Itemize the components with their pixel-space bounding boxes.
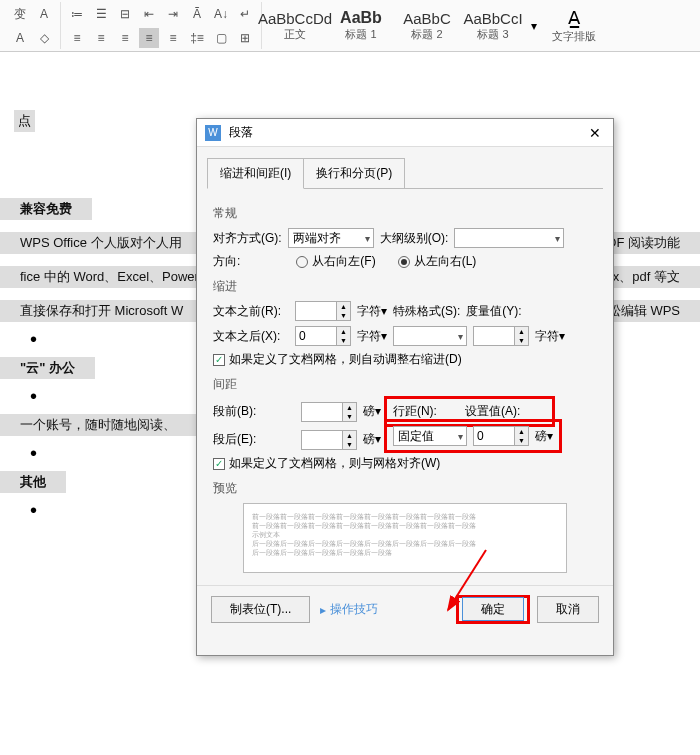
alignment-label: 对齐方式(G): [213, 230, 282, 247]
tab-indent-spacing[interactable]: 缩进和间距(I) [207, 158, 304, 189]
multilevel-icon[interactable]: ⊟ [115, 4, 135, 24]
highlight-line-spacing-row2: 固定值 ▲▼ 磅▾ [384, 419, 562, 453]
unit-char: 字符▾ [357, 303, 387, 320]
style-gallery: AaBbCcDd正文 AaBb标题 1 AaBbC标题 2 AaBbCcI标题 … [262, 2, 542, 49]
outline-label: 大纲级别(O): [380, 230, 449, 247]
dialog-tabs: 缩进和间距(I) 换行和分页(P) [197, 147, 613, 188]
style-heading2[interactable]: AaBbC标题 2 [394, 2, 460, 49]
play-icon: ▸ [320, 603, 326, 617]
line-spacing-label: 行距(N): [393, 403, 437, 420]
special-format-label: 特殊格式(S): [393, 303, 460, 320]
highlight-ok: 确定 [456, 595, 530, 624]
bullets-icon[interactable]: ≔ [67, 4, 87, 24]
ribbon-group-paragraph: ≔ ☰ ⊟ ⇤ ⇥ Ã A↓ ↵ ≡ ≡ ≡ ≡ ≡ ‡≡ ▢ ⊞ [61, 2, 262, 49]
doc-heading: 其他 [0, 471, 66, 493]
doc-line: fice 中的 Word、Excel、PowerP [0, 266, 228, 288]
line-spacing-select[interactable]: 固定值 [393, 426, 467, 446]
text-before-label: 文本之前(R): [213, 303, 289, 320]
direction-ltr-radio[interactable]: 从左向右(L) [398, 253, 477, 270]
dialog-titlebar[interactable]: W 段落 ✕ [197, 119, 613, 147]
section-indent: 缩进 [213, 278, 597, 295]
doc-heading: "云" 办公 [0, 357, 95, 379]
show-marks-icon[interactable]: ↵ [235, 4, 255, 24]
ok-button[interactable]: 确定 [462, 597, 524, 621]
app-icon: W [205, 125, 221, 141]
unit-pt: 磅▾ [363, 431, 381, 448]
doc-line: 一个账号，随时随地阅读、 [0, 414, 196, 436]
align-justify-icon[interactable]: ≡ [139, 28, 159, 48]
unit-char: 字符▾ [535, 328, 565, 345]
text-after-label: 文本之后(X): [213, 328, 289, 345]
text-before-spin[interactable]: ▲▼ [295, 301, 351, 321]
doc-marker: 点 [14, 110, 35, 132]
align-left-icon[interactable]: ≡ [67, 28, 87, 48]
char-a-icon[interactable]: A [34, 4, 54, 24]
ribbon-group-font: 变 A A ◇ [4, 2, 61, 49]
style-normal[interactable]: AaBbCcDd正文 [262, 2, 328, 49]
section-preview: 预览 [213, 480, 597, 497]
set-value-spin[interactable]: ▲▼ [473, 426, 529, 446]
measure-spin[interactable]: ▲▼ [473, 326, 529, 346]
special-format-select[interactable] [393, 326, 467, 346]
outline-select[interactable] [454, 228, 564, 248]
tabstops-button[interactable]: 制表位(T)... [211, 596, 310, 623]
section-general: 常规 [213, 205, 597, 222]
tips-link[interactable]: ▸操作技巧 [320, 601, 378, 618]
auto-indent-checkbox[interactable]: ✓如果定义了文档网格，则自动调整右缩进(D) [213, 351, 462, 368]
space-after-spin[interactable]: ▲▼ [301, 430, 357, 450]
text-layout-button[interactable]: A̲ 文字排版 [542, 2, 606, 49]
line-spacing-icon[interactable]: ‡≡ [187, 28, 207, 48]
tab-line-page-breaks[interactable]: 换行和分页(P) [303, 158, 405, 189]
sort-icon[interactable]: A↓ [211, 4, 231, 24]
measure-label: 度量值(Y): [466, 303, 521, 320]
cancel-button[interactable]: 取消 [537, 596, 599, 623]
set-value-label: 设置值(A): [465, 403, 520, 420]
snap-grid-checkbox[interactable]: ✓如果定义了文档网格，则与网格对齐(W) [213, 455, 440, 472]
close-icon[interactable]: ✕ [585, 123, 605, 143]
section-spacing: 间距 [213, 376, 597, 393]
numbering-icon[interactable]: ☰ [91, 4, 111, 24]
text-layout-icon: A̲ [568, 7, 580, 29]
doc-heading: 兼容免费 [0, 198, 92, 220]
space-after-label: 段后(E): [213, 431, 269, 448]
paragraph-dialog: W 段落 ✕ 缩进和间距(I) 换行和分页(P) 常规 对齐方式(G): 两端对… [196, 118, 614, 656]
decrease-indent-icon[interactable]: ⇤ [139, 4, 159, 24]
dialog-title: 段落 [229, 124, 253, 141]
style-more-icon[interactable]: ▾ [526, 2, 542, 49]
unit-pt: 磅▾ [535, 428, 553, 445]
direction-rtl-radio[interactable]: 从右向左(F) [296, 253, 375, 270]
direction-label: 方向: [213, 253, 240, 270]
char-upper-icon[interactable]: A [10, 28, 30, 48]
space-before-label: 段前(B): [213, 403, 269, 420]
space-before-spin[interactable]: ▲▼ [301, 402, 357, 422]
alignment-select[interactable]: 两端对齐 [288, 228, 374, 248]
unit-pt: 磅▾ [363, 403, 381, 420]
shading-icon[interactable]: ▢ [211, 28, 231, 48]
dialog-body: 常规 对齐方式(G): 两端对齐 大纲级别(O): 方向: 从右向左(F) 从左… [197, 189, 613, 585]
style-heading3[interactable]: AaBbCcI标题 3 [460, 2, 526, 49]
distribute-icon[interactable]: ≡ [163, 28, 183, 48]
style-heading1[interactable]: AaBb标题 1 [328, 2, 394, 49]
text-direction-icon[interactable]: Ã [187, 4, 207, 24]
ribbon: 变 A A ◇ ≔ ☰ ⊟ ⇤ ⇥ Ã A↓ ↵ ≡ ≡ ≡ ≡ ≡ ‡≡ ▢ … [0, 0, 700, 52]
align-center-icon[interactable]: ≡ [91, 28, 111, 48]
increase-indent-icon[interactable]: ⇥ [163, 4, 183, 24]
preview-pane: 前一段落前一段落前一段落前一段落前一段落前一段落前一段落前一段落 前一段落前一段… [243, 503, 567, 573]
text-after-spin[interactable]: ▲▼ [295, 326, 351, 346]
borders-icon[interactable]: ⊞ [235, 28, 255, 48]
doc-line: 直接保存和打开 Microsoft W [0, 300, 203, 322]
doc-line: WPS Office 个人版对个人用 [0, 232, 202, 254]
ruby-icon[interactable]: 变 [10, 4, 30, 24]
unit-char: 字符▾ [357, 328, 387, 345]
align-right-icon[interactable]: ≡ [115, 28, 135, 48]
dialog-button-bar: 制表位(T)... ▸操作技巧 确定 取消 [197, 585, 613, 633]
clear-format-icon[interactable]: ◇ [34, 28, 54, 48]
